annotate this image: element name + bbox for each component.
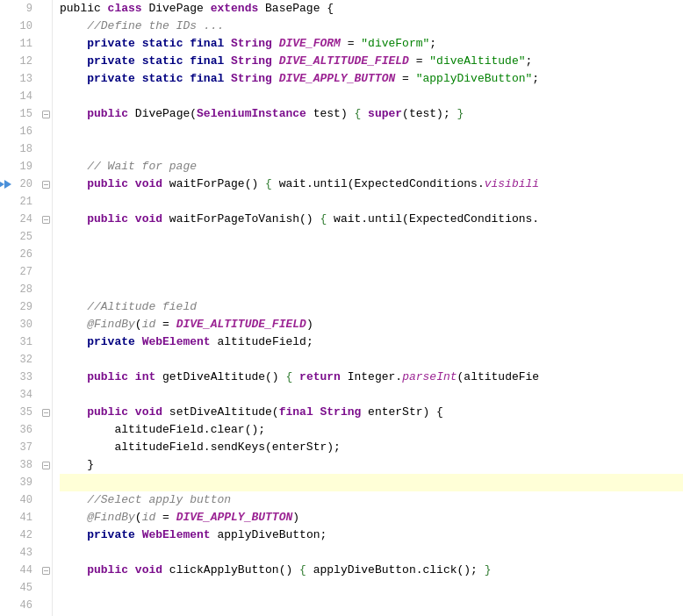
code-line — [60, 263, 683, 281]
line-number: 10 — [9, 18, 40, 35]
debug-marker — [0, 180, 9, 189]
fold-icon — [40, 319, 52, 331]
fold-icon — [40, 336, 52, 348]
code-line — [60, 228, 683, 246]
fold-icon — [40, 143, 52, 155]
line-number: 42 — [9, 526, 40, 544]
code-line: public class DivePage extends BasePage { — [60, 0, 683, 18]
line-number: 32 — [9, 351, 40, 369]
fold-icon[interactable] — [40, 406, 52, 419]
token-italic-field: visibili — [485, 175, 539, 193]
gutter-row: 10 — [0, 18, 52, 35]
line-number: 27 — [9, 263, 40, 281]
fold-icon — [40, 125, 52, 138]
token-type: String — [231, 70, 279, 88]
token-plain — [60, 526, 87, 544]
token-field-name: DIVE_APPLY_BUTTON — [279, 70, 402, 88]
token-plain — [60, 35, 87, 53]
token-plain: = — [155, 509, 176, 526]
code-line: //Altitude field — [60, 298, 683, 316]
code-line: public int getDiveAltitude() { return In… — [60, 369, 683, 386]
token-type: SeleniumInstance — [197, 105, 313, 123]
line-number: 11 — [9, 35, 40, 53]
fold-icon — [40, 90, 52, 103]
token-kw2: private — [87, 526, 141, 544]
code-line: altitudeField.clear(); — [60, 421, 683, 439]
fold-icon — [40, 283, 52, 296]
token-plain: altitudeField.sendKeys(enterStr); — [60, 439, 341, 456]
line-number: 26 — [9, 246, 40, 263]
code-content: public class DivePage extends BasePage {… — [53, 0, 683, 616]
token-plain — [60, 333, 87, 351]
token-annotation: id — [142, 509, 156, 526]
gutter-row: 38 — [0, 456, 52, 474]
token-kw: class — [108, 0, 149, 18]
fold-icon — [40, 20, 52, 32]
token-field-name: DIVE_ALTITUDE_FIELD — [176, 316, 306, 333]
token-plain: wait.until(ExpectedConditions. — [279, 175, 485, 193]
token-kw: public — [87, 105, 135, 123]
token-comment: //Define the IDs ... — [60, 18, 224, 35]
token-plain: applyDiveButton.click(); — [313, 562, 485, 579]
code-line — [60, 579, 683, 597]
line-number: 34 — [9, 386, 40, 404]
token-kw2: private static final — [87, 53, 231, 70]
fold-icon[interactable] — [40, 178, 52, 190]
fold-icon[interactable] — [40, 564, 52, 577]
gutter-row: 27 — [0, 263, 52, 281]
line-number: 33 — [9, 369, 40, 386]
token-plain: } — [60, 456, 94, 474]
fold-icon[interactable] — [40, 108, 52, 120]
token-type: String — [320, 404, 368, 421]
line-number: 12 — [9, 53, 40, 70]
token-plain: ) — [292, 509, 299, 526]
token-kw: return — [299, 369, 348, 386]
gutter-row: 30 — [0, 316, 52, 333]
code-line — [60, 474, 683, 491]
fold-icon[interactable] — [40, 459, 52, 471]
line-number: 39 — [9, 474, 40, 491]
gutter-row: 24 — [0, 211, 52, 228]
fold-icon — [40, 55, 52, 68]
fold-icon — [40, 599, 52, 612]
token-plain: altitudeField.clear(); — [60, 421, 265, 439]
token-plain: = — [402, 70, 416, 88]
gutter-row: 29 — [0, 298, 52, 316]
fold-icon[interactable] — [40, 213, 52, 226]
token-plain — [60, 211, 87, 228]
token-plain: enterStr) { — [368, 404, 443, 421]
line-number: 25 — [9, 228, 40, 246]
code-line — [60, 123, 683, 140]
gutter-row: 13 — [0, 70, 52, 88]
code-line: public void setDiveAltitude(final String… — [60, 404, 683, 421]
token-plain: getDiveAltitude() — [162, 369, 285, 386]
line-number: 20 — [9, 175, 40, 193]
token-kw: public void — [87, 175, 169, 193]
code-line — [60, 386, 683, 404]
code-line — [60, 281, 683, 298]
fold-icon — [40, 301, 52, 313]
gutter-row: 35 — [0, 404, 52, 421]
line-number: 28 — [9, 281, 40, 298]
code-line: private WebElement applyDiveButton; — [60, 526, 683, 544]
token-string: "diveAltitude" — [429, 53, 525, 70]
token-plain: ( — [135, 509, 142, 526]
token-field-name: DIVE_FORM — [279, 35, 348, 53]
token-plain — [60, 404, 87, 421]
fold-icon — [40, 441, 52, 454]
line-gutter: 9101112131415 16181920 2124 252627282930… — [0, 0, 53, 616]
line-number: 45 — [9, 579, 40, 597]
token-kw: public void — [87, 562, 169, 579]
fold-icon — [40, 424, 52, 436]
token-kw: super — [368, 105, 402, 123]
fold-icon — [40, 248, 52, 261]
token-brace-green: { — [354, 105, 368, 123]
token-plain: ; — [429, 35, 436, 53]
fold-icon — [40, 582, 52, 594]
code-line — [60, 544, 683, 562]
gutter-row: 45 — [0, 579, 52, 597]
token-type: String — [231, 53, 279, 70]
line-number: 36 — [9, 421, 40, 439]
gutter-row: 44 — [0, 562, 52, 579]
line-number: 40 — [9, 491, 40, 509]
